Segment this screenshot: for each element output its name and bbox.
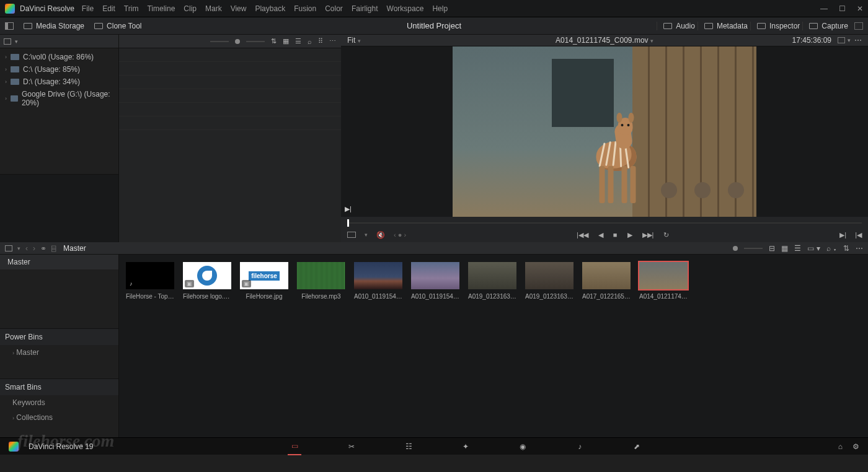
- list-view-icon[interactable]: ☰: [295, 37, 301, 45]
- menu-fairlight[interactable]: Fairlight: [352, 4, 378, 13]
- menu-playback[interactable]: Playback: [255, 4, 285, 13]
- viewer-layout-icon[interactable]: ▭ ▾: [807, 244, 820, 253]
- viewer-more-icon[interactable]: ⋯: [854, 36, 862, 45]
- menu-mark[interactable]: Mark: [205, 4, 222, 13]
- smart-bin-keywords[interactable]: Keywords: [0, 395, 118, 410]
- chevron-down-icon[interactable]: ▾: [15, 38, 18, 45]
- panel-toggle-icon[interactable]: [5, 22, 14, 30]
- panel-layout-icon[interactable]: [5, 245, 12, 251]
- fairlight-page-tab[interactable]: ♪: [573, 438, 587, 455]
- smart-bins-header[interactable]: Smart Bins: [0, 378, 118, 395]
- jog-left-icon[interactable]: ‹ ● ›: [394, 231, 406, 238]
- thumbnail[interactable]: A019_01231639_C...: [523, 262, 575, 300]
- drive-item[interactable]: ›D:\ (Usage: 34%): [0, 76, 118, 88]
- window-close-icon[interactable]: ✕: [857, 4, 863, 13]
- menu-edit[interactable]: Edit: [102, 4, 115, 13]
- home-icon[interactable]: ⌂: [838, 442, 843, 451]
- more-icon[interactable]: ⋯: [329, 37, 336, 45]
- search-icon[interactable]: ⌕ ▾: [826, 244, 837, 253]
- nav-back-icon[interactable]: ‹: [25, 244, 28, 253]
- menu-clip[interactable]: Clip: [184, 4, 197, 13]
- thumbnail[interactable]: A010_01191548_C...: [409, 262, 461, 300]
- media-list-row[interactable]: [119, 62, 341, 76]
- search-icon[interactable]: ⌕: [308, 38, 312, 45]
- viewer[interactable]: ▶|: [341, 46, 868, 217]
- inspector-button[interactable]: Inspector: [750, 22, 800, 30]
- drive-item[interactable]: ›C:\vol0 (Usage: 86%): [0, 51, 118, 63]
- menu-help[interactable]: Help: [432, 4, 448, 13]
- chevron-down-icon[interactable]: ▾: [17, 245, 20, 251]
- menu-timeline[interactable]: Timeline: [147, 4, 175, 13]
- smart-bin-collections[interactable]: › Collections: [0, 410, 118, 425]
- power-bin-master[interactable]: › Master: [0, 345, 118, 360]
- thumbnail[interactable]: ♪FileHorse - Top 5 -...: [124, 262, 176, 300]
- settings-icon[interactable]: ⚙: [852, 442, 859, 451]
- slider-knob-icon[interactable]: [733, 246, 738, 251]
- panel-layout-icon[interactable]: [4, 38, 11, 45]
- stop-icon[interactable]: ■: [613, 231, 618, 238]
- master-bin-tab[interactable]: Master: [0, 255, 118, 269]
- fusion-page-tab[interactable]: ✦: [459, 438, 472, 455]
- chevron-down-icon[interactable]: ▾: [848, 37, 851, 43]
- media-list-row[interactable]: [119, 103, 341, 116]
- audio-button[interactable]: Audio: [657, 22, 695, 30]
- filter-icon[interactable]: ⠿: [318, 37, 323, 45]
- more-icon[interactable]: ⋯: [856, 244, 863, 253]
- edit-page-tab[interactable]: ☷: [402, 438, 415, 455]
- menu-view[interactable]: View: [231, 4, 247, 13]
- in-point-icon[interactable]: ▶|: [839, 231, 846, 239]
- media-page-tab[interactable]: ▭: [288, 438, 301, 455]
- thumbnail[interactable]: ▣Filehorse logo.png: [181, 262, 233, 300]
- drive-item[interactable]: ›Google Drive (G:\) (Usage: 20%): [0, 88, 118, 109]
- match-frame-icon[interactable]: [347, 232, 356, 238]
- menu-file[interactable]: File: [82, 4, 94, 13]
- thumb-size-slider[interactable]: [210, 41, 229, 42]
- thumbnail[interactable]: A010_01191542_C...: [352, 262, 404, 300]
- out-point-icon[interactable]: |◀: [855, 231, 862, 239]
- filter-icon[interactable]: ⌸: [51, 244, 56, 253]
- thumbnail[interactable]: A017_01221659_C...: [580, 262, 632, 300]
- chevron-down-icon[interactable]: ▾: [365, 232, 368, 238]
- nav-fwd-icon[interactable]: ›: [33, 244, 35, 253]
- power-bins-header[interactable]: Power Bins: [0, 328, 118, 345]
- menu-workspace[interactable]: Workspace: [387, 4, 424, 13]
- deliver-page-tab[interactable]: ⬈: [630, 438, 644, 455]
- media-list-row[interactable]: [119, 76, 341, 89]
- mini-timeline[interactable]: [341, 217, 868, 227]
- sort-icon[interactable]: ⇅: [843, 244, 849, 253]
- mute-icon[interactable]: 🔇: [376, 231, 385, 239]
- prev-frame-icon[interactable]: ◀: [598, 231, 603, 239]
- clone-tool-button[interactable]: Clone Tool: [94, 22, 141, 30]
- capture-frame-icon[interactable]: [838, 37, 845, 43]
- grid-view-icon[interactable]: ▦: [283, 37, 289, 45]
- sort-icon[interactable]: ⇅: [271, 37, 277, 45]
- metadata-button[interactable]: Metadata: [698, 22, 748, 30]
- menu-trim[interactable]: Trim: [124, 4, 139, 13]
- thumbnail[interactable]: Filehorse.mp3: [295, 262, 347, 300]
- fit-dropdown[interactable]: Fit ▾: [347, 36, 361, 45]
- extra-panel-icon[interactable]: [854, 22, 863, 30]
- first-frame-icon[interactable]: |◀◀: [577, 231, 588, 239]
- grid-view-icon[interactable]: ▦: [781, 244, 788, 253]
- list-view-icon[interactable]: ☰: [794, 244, 801, 253]
- thumb-slider[interactable]: [744, 248, 763, 249]
- thumbnail[interactable]: A014_01211745_C...: [637, 262, 689, 300]
- link-icon[interactable]: ⚭: [40, 244, 46, 253]
- thumbnail[interactable]: A019_01231637_C...: [466, 262, 518, 300]
- strip-view-icon[interactable]: ⊟: [769, 244, 775, 253]
- slider-knob-icon[interactable]: [235, 39, 240, 44]
- window-minimize-icon[interactable]: —: [820, 4, 828, 13]
- drive-item[interactable]: ›C:\ (Usage: 85%): [0, 63, 118, 76]
- media-storage-button[interactable]: Media Storage: [24, 22, 84, 30]
- media-list-row[interactable]: [119, 116, 341, 130]
- window-maximize-icon[interactable]: ☐: [839, 4, 846, 13]
- color-page-tab[interactable]: ◉: [516, 438, 529, 455]
- media-list-row[interactable]: [119, 89, 341, 103]
- play-icon[interactable]: ▶: [627, 231, 632, 239]
- menu-color[interactable]: Color: [325, 4, 343, 13]
- cut-page-tab[interactable]: ✂: [345, 438, 358, 455]
- loop-icon[interactable]: ↻: [663, 231, 669, 239]
- next-frame-icon[interactable]: ▶▶|: [642, 231, 654, 239]
- menu-fusion[interactable]: Fusion: [294, 4, 316, 13]
- capture-button[interactable]: Capture: [802, 22, 848, 30]
